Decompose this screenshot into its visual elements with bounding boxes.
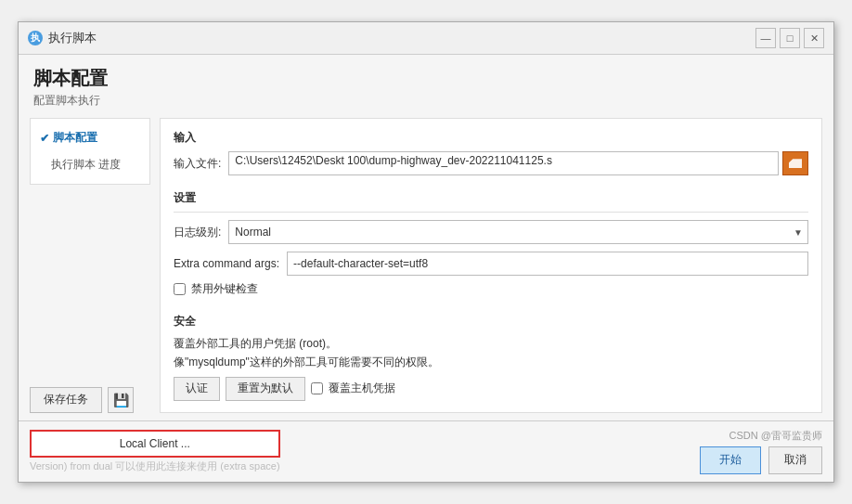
maximize-button[interactable]: □	[780, 28, 800, 48]
cancel-button[interactable]: 取消	[768, 446, 822, 474]
file-input-display: C:\Users\12452\Deskt 100\dump-highway_de…	[228, 151, 779, 175]
local-client-button[interactable]: Local Client ...	[30, 430, 280, 458]
bottom-blur-text: Version) from dual 可以使用此连接来使用 (extra spa…	[30, 459, 280, 473]
sidebar-item-progress[interactable]: 执行脚本 进度	[31, 151, 149, 178]
title-bar-left: 执 执行脚本	[28, 30, 97, 46]
disable-fk-row: 禁用外键检查	[174, 281, 808, 297]
check-icon: ✔	[40, 132, 49, 145]
window-title: 执行脚本	[48, 30, 97, 46]
save-task-button[interactable]: 保存任务	[30, 387, 102, 413]
save-icon: 💾	[113, 393, 129, 407]
log-level-dropdown-wrapper: Normal Verbose Debug ▼	[228, 220, 808, 244]
security-text: 覆盖外部工具的用户凭据 (root)。 像"mysqldump"这样的外部工具可…	[174, 335, 808, 370]
window-icon: 执	[28, 31, 43, 45]
main-panel: 输入 输入文件: C:\Users\12452\Deskt 100\dump-h…	[160, 118, 822, 412]
browse-button[interactable]	[782, 151, 808, 175]
cover-host-label: 覆盖主机凭据	[329, 381, 395, 396]
content-area: ✔ 脚本配置 执行脚本 进度 保存任务 💾	[19, 114, 833, 420]
extra-args-input[interactable]	[287, 252, 808, 276]
sidebar-actions: 保存任务 💾	[30, 383, 150, 413]
sidebar-item-label: 执行脚本 进度	[51, 157, 121, 173]
minimize-button[interactable]: —	[755, 28, 776, 48]
close-button[interactable]: ✕	[804, 28, 824, 48]
sidebar-item-label: 脚本配置	[53, 130, 97, 146]
log-level-select[interactable]: Normal Verbose Debug	[228, 220, 808, 244]
title-bar: 执 执行脚本 — □ ✕	[19, 22, 833, 55]
start-button[interactable]: 开始	[700, 446, 761, 474]
settings-section: 设置 日志级别: Normal Verbose Debug ▼	[174, 190, 808, 304]
extra-args-row: Extra command args:	[174, 252, 808, 276]
bottom-bar: Local Client ... Version) from dual 可以使用…	[19, 420, 833, 482]
sidebar-item-script-config[interactable]: ✔ 脚本配置	[31, 124, 149, 151]
disable-fk-checkbox[interactable]	[174, 283, 186, 295]
folder-icon	[789, 159, 802, 168]
security-section: 安全 覆盖外部工具的用户凭据 (root)。 像"mysqldump"这样的外部…	[174, 314, 808, 400]
page-subtitle: 配置脚本执行	[33, 93, 819, 109]
settings-section-title: 设置	[174, 190, 808, 206]
log-level-label: 日志级别:	[174, 225, 221, 240]
file-input-row: C:\Users\12452\Deskt 100\dump-highway_de…	[228, 151, 808, 175]
page-header: 脚本配置 配置脚本执行	[19, 55, 833, 114]
extra-args-label: Extra command args:	[174, 257, 279, 270]
sidebar: ✔ 脚本配置 执行脚本 进度	[30, 118, 150, 185]
file-label: 输入文件:	[174, 156, 221, 172]
input-section-title: 输入	[174, 130, 808, 146]
security-text-line2: 像"mysqldump"这样的外部工具可能需要不同的权限。	[174, 354, 808, 371]
page-title: 脚本配置	[33, 66, 819, 91]
security-buttons: 认证 重置为默认 覆盖主机凭据	[174, 377, 808, 401]
security-text-line1: 覆盖外部工具的用户凭据 (root)。	[174, 335, 808, 353]
main-window: 执 执行脚本 — □ ✕ 脚本配置 配置脚本执行 ✔ 脚本配置	[18, 21, 834, 482]
action-buttons: 开始 取消	[700, 446, 822, 474]
security-section-title: 安全	[174, 314, 808, 330]
disable-fk-label: 禁用外键检查	[191, 281, 258, 297]
reset-button[interactable]: 重置为默认	[226, 377, 305, 401]
window-body: 脚本配置 配置脚本执行 ✔ 脚本配置 执行脚本 进度 保存任务	[19, 55, 833, 481]
auth-button[interactable]: 认证	[174, 377, 220, 401]
watermark: CSDN @雷哥监贵师	[729, 429, 822, 443]
cover-host-checkbox[interactable]	[311, 382, 323, 394]
save-icon-button[interactable]: 💾	[108, 387, 134, 413]
input-section: 输入 输入文件: C:\Users\12452\Deskt 100\dump-h…	[174, 130, 808, 181]
log-level-row: 日志级别: Normal Verbose Debug ▼	[174, 220, 808, 244]
settings-divider	[174, 212, 808, 213]
file-field-row: 输入文件: C:\Users\12452\Deskt 100\dump-high…	[174, 151, 808, 175]
window-controls: — □ ✕	[755, 28, 824, 48]
